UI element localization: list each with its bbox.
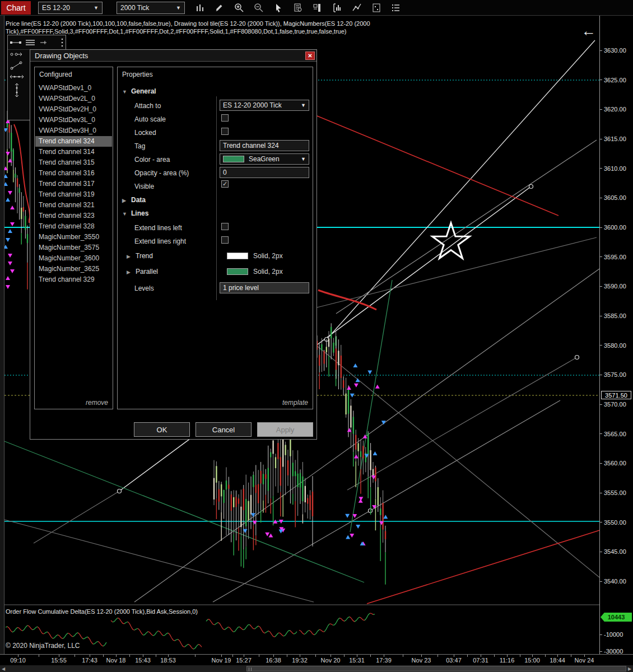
time-tick-mark <box>300 655 300 657</box>
chart-style-icon[interactable] <box>194 2 206 14</box>
time-tick-mark <box>357 655 357 657</box>
chart-trader-icon[interactable] <box>331 2 343 14</box>
time-tick-mark <box>571 655 571 657</box>
cursor-icon[interactable] <box>272 2 285 14</box>
interval-dropdown[interactable]: 2000 Tick ▼ <box>117 2 185 14</box>
price-tick: 3580.00 <box>600 342 626 349</box>
levels-input[interactable]: 1 price level <box>220 282 309 293</box>
instrument-dropdown[interactable]: ES 12-20 ▼ <box>38 2 103 14</box>
time-tick-label: 18:53 <box>160 657 176 664</box>
apply-button: Apply <box>257 422 313 437</box>
time-tick-mark <box>18 655 18 657</box>
top-toolbar: Chart ES 12-20 ▼ 2000 Tick ▼ <box>0 0 633 16</box>
horizontal-scrollbar[interactable]: ◀ ▶ <box>0 665 633 672</box>
draw-pencil-icon[interactable] <box>213 2 226 14</box>
price-tick: 3565.00 <box>600 431 626 437</box>
configured-list-item[interactable]: MagicNumber_3575 <box>35 242 112 253</box>
extend-lines-left-checkbox[interactable] <box>221 223 229 230</box>
lines-group-header[interactable]: ▼Lines <box>122 209 148 217</box>
visible-checkbox[interactable]: ✓ <box>221 180 229 188</box>
properties-header: Properties <box>118 67 313 81</box>
configured-list-item[interactable]: Trend channel 319 <box>35 189 112 200</box>
configured-list-item[interactable]: VWAPStdDev2H_0 <box>35 104 112 115</box>
template-link[interactable]: template <box>282 399 308 407</box>
configured-list-item[interactable]: Trend channel 323 <box>35 211 112 221</box>
configured-list-item[interactable]: MagicNumber_3625 <box>35 264 112 274</box>
auto-scale-checkbox[interactable] <box>221 114 229 122</box>
configured-list-item[interactable]: MagicNumber_3550 <box>35 232 112 242</box>
time-tick-mark <box>507 655 508 657</box>
time-tick-mark <box>168 655 169 657</box>
price-tick: 3630.00 <box>600 47 626 54</box>
parallel-color-swatch[interactable] <box>227 268 248 275</box>
more-dots-icon[interactable] <box>60 38 64 47</box>
time-tick-label: 15:27 <box>236 657 252 664</box>
time-axis[interactable]: 09:1015:5517:43Nov 1815:4318:53Nov 1915:… <box>0 654 633 665</box>
configured-list-item[interactable]: Trend channel 316 <box>35 168 112 179</box>
general-group-header[interactable]: ▼General <box>122 87 156 95</box>
scroll-left-icon[interactable]: ◀ <box>0 665 7 672</box>
time-tick-mark <box>315 655 316 657</box>
parallel-row[interactable]: ▶Parallel <box>127 268 158 276</box>
back-arrow-icon[interactable]: ← <box>581 22 596 40</box>
time-tick-mark <box>232 655 233 657</box>
seagreen-swatch <box>223 156 244 162</box>
configured-list-item[interactable]: VWAPStdDev3H_0 <box>35 125 112 136</box>
scrollbar-thumb[interactable] <box>246 666 626 671</box>
data-inspector-icon[interactable] <box>292 2 304 14</box>
chart-window-badge[interactable]: Chart <box>1 1 31 15</box>
time-tick-label: Nov 18 <box>106 657 126 664</box>
configured-list-item[interactable]: Trend channel 328 <box>35 221 112 232</box>
configured-list-item[interactable]: VWAPStdDev1_0 <box>35 83 112 94</box>
time-tick-mark <box>103 655 104 657</box>
properties-list-icon[interactable] <box>390 2 402 14</box>
opacity-area-label: Opacity - area (%) <box>134 169 189 177</box>
strategy-grid-icon[interactable] <box>370 2 383 14</box>
price-tick: 3555.00 <box>600 489 626 496</box>
extend-lines-right-checkbox[interactable] <box>221 236 229 244</box>
configured-list-item[interactable]: Trend channel 317 <box>35 179 112 189</box>
time-tick-mark <box>545 655 546 657</box>
remove-link[interactable]: remove <box>86 399 108 407</box>
order-panel-icon[interactable] <box>311 2 324 14</box>
menu-icon[interactable] <box>25 39 35 46</box>
current-price-marker: 3571.50 <box>601 391 631 399</box>
dialog-titlebar[interactable]: Drawing Objects ✕ <box>30 50 316 62</box>
locked-checkbox[interactable] <box>221 128 229 135</box>
scroll-right-icon[interactable]: ▶ <box>626 665 633 672</box>
levels-label: Levels <box>134 284 154 292</box>
configured-list-item[interactable]: Trend channel 321 <box>35 200 112 211</box>
configured-list-item[interactable]: VWAPStdDev3L_0 <box>35 115 112 125</box>
zoom-out-icon[interactable] <box>253 2 265 14</box>
cancel-button[interactable]: Cancel <box>196 422 252 437</box>
chart-indicator-header: Price line(ES 12-20 (2000 Tick),100,100,… <box>6 20 398 35</box>
ok-button[interactable]: OK <box>134 422 190 437</box>
trend-row[interactable]: ▶Trend <box>127 252 153 260</box>
opacity-input[interactable]: 0 <box>220 167 309 178</box>
time-tick-mark <box>116 655 117 657</box>
attach-to-dropdown[interactable]: ES 12-20 2000 Tick▼ <box>220 100 309 111</box>
tag-input[interactable]: Trend channel 324 <box>220 140 309 151</box>
configured-list-item[interactable]: Trend channel 315 <box>35 157 112 168</box>
data-group-header[interactable]: ▶Data <box>122 196 146 204</box>
configured-list-item[interactable]: Trend channel 314 <box>35 147 112 157</box>
chevron-down-icon: ▼ <box>301 156 306 162</box>
time-tick-mark <box>259 655 259 657</box>
close-icon[interactable]: ✕ <box>305 52 315 60</box>
configured-list-item[interactable]: MagicNumber_3600 <box>35 253 112 264</box>
configured-list-item[interactable]: Trend channel 329 <box>35 274 112 285</box>
scrollbar-grip[interactable] <box>249 668 252 671</box>
color-area-dropdown[interactable]: SeaGreen▼ <box>220 153 309 165</box>
time-tick-label: 03:47 <box>446 657 462 664</box>
trend-color-swatch[interactable] <box>227 253 248 259</box>
time-tick-mark <box>221 655 222 657</box>
price-axis[interactable]: 3630.003625.003620.003615.003610.003605.… <box>599 16 633 654</box>
pin-icon[interactable] <box>39 39 48 46</box>
price-tick: 3595.00 <box>600 254 626 260</box>
configured-list-item[interactable]: VWAPStdDev2L_0 <box>35 94 112 104</box>
line-study-icon[interactable] <box>351 2 363 14</box>
line-tool-icon[interactable] <box>10 39 22 46</box>
configured-list-item[interactable]: Trend channel 324 <box>35 136 112 147</box>
zoom-in-icon[interactable] <box>233 2 245 14</box>
extend-lines-left-label: Extend lines left <box>134 224 182 232</box>
